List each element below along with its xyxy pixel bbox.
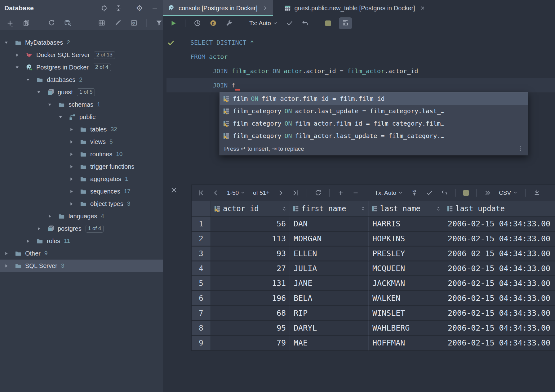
submit-db-icon[interactable]: DB bbox=[411, 189, 418, 197]
tree-item-aggregates[interactable]: aggregates1 bbox=[0, 173, 163, 185]
export-download-icon[interactable] bbox=[533, 189, 541, 197]
chevrons-right-icon[interactable] bbox=[484, 189, 491, 197]
row-number[interactable]: 8 bbox=[192, 321, 211, 336]
add-row-icon[interactable] bbox=[337, 189, 344, 197]
last-page-icon[interactable] bbox=[292, 189, 299, 197]
cell-first_name[interactable]: MAE bbox=[290, 336, 369, 351]
cell-actor_id[interactable]: 27 bbox=[211, 261, 290, 276]
tree-item-docker-sql-server[interactable]: Docker SQL Server2 of 13 bbox=[0, 49, 163, 61]
row-number[interactable]: 1 bbox=[192, 217, 211, 232]
row-number[interactable]: 5 bbox=[192, 276, 211, 291]
chevron-right-icon[interactable] bbox=[69, 139, 76, 145]
completion-item[interactable]: film_category ON film_actor.last_update … bbox=[220, 130, 528, 142]
tree-item-sql-server[interactable]: SQL Server3 bbox=[0, 260, 163, 272]
close-icon[interactable] bbox=[420, 5, 425, 11]
cell-actor_id[interactable]: 131 bbox=[211, 276, 290, 291]
chevron-right-icon[interactable] bbox=[69, 152, 76, 157]
sort-icon[interactable] bbox=[282, 206, 287, 212]
chevron-down-icon[interactable] bbox=[15, 65, 21, 70]
cell-last_name[interactable]: HARRIS bbox=[369, 217, 444, 232]
more-options-icon[interactable] bbox=[517, 145, 524, 152]
cell-actor_id[interactable]: 113 bbox=[211, 232, 290, 247]
rollback-icon[interactable] bbox=[441, 189, 448, 197]
chevron-right-icon[interactable] bbox=[69, 164, 76, 169]
completion-item[interactable]: film_category ON film_actor.film_id = fi… bbox=[220, 117, 528, 130]
chevron-right-icon[interactable] bbox=[4, 251, 11, 256]
cell-first_name[interactable]: RIP bbox=[290, 306, 369, 321]
cell-last_update[interactable]: 2006-02-15 04:34:33.00 bbox=[444, 261, 555, 276]
chevron-down-icon[interactable] bbox=[36, 90, 43, 95]
chevron-right-icon[interactable] bbox=[15, 52, 21, 58]
cell-actor_id[interactable]: 68 bbox=[211, 306, 290, 321]
chevron-right-icon[interactable] bbox=[69, 189, 76, 194]
filter-icon[interactable] bbox=[155, 19, 163, 27]
cell-last_name[interactable]: JACKMAN bbox=[369, 276, 444, 291]
query-console-icon[interactable]: QL bbox=[130, 19, 138, 27]
tree-item-schemas[interactable]: schemas1 bbox=[0, 98, 163, 111]
edit-icon[interactable] bbox=[114, 19, 122, 27]
tree-item-languages[interactable]: languages4 bbox=[0, 210, 163, 222]
in-editor-results-toggle[interactable] bbox=[339, 17, 352, 29]
cell-last_update[interactable]: 2006-02-15 04:34:33.00 bbox=[444, 247, 555, 261]
row-number[interactable]: 3 bbox=[192, 247, 211, 261]
table-icon[interactable] bbox=[98, 19, 105, 27]
tree-item-other[interactable]: Other9 bbox=[0, 247, 163, 260]
close-results-icon[interactable] bbox=[170, 186, 178, 194]
chevron-right-icon[interactable] bbox=[25, 238, 32, 244]
collapse-all-icon[interactable] bbox=[115, 4, 122, 12]
cell-actor_id[interactable]: 196 bbox=[211, 291, 290, 306]
column-header-last_update[interactable]: last_update bbox=[444, 201, 555, 216]
export-format-select[interactable]: CSV bbox=[499, 189, 518, 196]
completion-item[interactable]: film_category ON actor.last_update = fil… bbox=[220, 105, 528, 117]
add-icon[interactable] bbox=[6, 19, 14, 27]
tree-item-routines[interactable]: routines10 bbox=[0, 148, 163, 160]
tree-item-postgres-in-docker[interactable]: Postgres in Docker2 of 4 bbox=[0, 61, 163, 74]
cell-first_name[interactable]: JULIA bbox=[290, 261, 369, 276]
tx-mode-select[interactable]: Tx: Auto bbox=[375, 189, 403, 196]
cell-actor_id[interactable]: 95 bbox=[211, 321, 290, 336]
delete-row-icon[interactable] bbox=[352, 189, 359, 197]
run-icon[interactable] bbox=[170, 20, 177, 27]
chevron-right-icon[interactable] bbox=[69, 201, 76, 207]
profile-icon[interactable]: p bbox=[209, 19, 217, 27]
cell-first_name[interactable]: MORGAN bbox=[290, 232, 369, 247]
cell-last_update[interactable]: 2006-02-15 04:34:33.00 bbox=[444, 306, 555, 321]
wrench-icon[interactable] bbox=[225, 19, 233, 27]
chevron-right-icon[interactable] bbox=[47, 214, 54, 219]
cell-first_name[interactable]: BELA bbox=[290, 291, 369, 306]
page-range-select[interactable]: 1-50 bbox=[227, 189, 246, 196]
chevron-down-icon[interactable] bbox=[25, 77, 32, 82]
chevron-down-icon[interactable] bbox=[47, 102, 54, 107]
cell-last_name[interactable]: HOFFMAN bbox=[369, 336, 444, 351]
cell-last_update[interactable]: 2006-02-15 04:34:33.00 bbox=[444, 276, 555, 291]
commit-check-icon[interactable] bbox=[286, 20, 293, 27]
tree-item-postgres[interactable]: postgres1 of 4 bbox=[0, 222, 163, 235]
completion-item[interactable]: film ON film_actor.film_id = film.film_i… bbox=[220, 92, 528, 105]
refresh-icon[interactable] bbox=[48, 19, 55, 27]
cell-first_name[interactable]: JANE bbox=[290, 276, 369, 291]
cell-first_name[interactable]: ELLEN bbox=[290, 247, 369, 261]
tab-console[interactable]: console [Postgres in Docker] bbox=[163, 0, 273, 16]
tx-mode-select[interactable]: Tx: Auto bbox=[249, 20, 278, 27]
tree-item-sequences[interactable]: sequences17 bbox=[0, 185, 163, 198]
cell-actor_id[interactable]: 56 bbox=[211, 217, 290, 232]
row-number[interactable]: 6 bbox=[192, 291, 211, 306]
commit-check-icon[interactable] bbox=[426, 189, 433, 197]
rollback-icon[interactable] bbox=[301, 20, 309, 27]
column-header-last_name[interactable]: last_name bbox=[369, 201, 444, 216]
cell-last_name[interactable]: WAHLBERG bbox=[369, 321, 444, 336]
duplicate-icon[interactable] bbox=[23, 19, 30, 27]
chevron-right-icon[interactable] bbox=[69, 127, 76, 132]
cell-last_update[interactable]: 2006-02-15 04:34:33.00 bbox=[444, 291, 555, 306]
cell-last_name[interactable]: HOPKINS bbox=[369, 232, 444, 247]
tree-item-guest[interactable]: guest1 of 5 bbox=[0, 86, 163, 98]
sort-icon[interactable] bbox=[360, 206, 366, 212]
cell-last_update[interactable]: 2006-02-15 04:34:33.00 bbox=[444, 232, 555, 247]
cell-first_name[interactable]: DAN bbox=[290, 217, 369, 232]
locate-icon[interactable] bbox=[100, 4, 108, 12]
reload-page-icon[interactable] bbox=[314, 189, 322, 197]
chevron-down-icon[interactable] bbox=[4, 40, 11, 45]
cell-last_update[interactable]: 2006-02-15 04:34:33.00 bbox=[444, 321, 555, 336]
chevron-right-icon[interactable] bbox=[69, 176, 76, 182]
cell-last_update[interactable]: 2006-02-15 04:34:33.00 bbox=[444, 336, 555, 351]
